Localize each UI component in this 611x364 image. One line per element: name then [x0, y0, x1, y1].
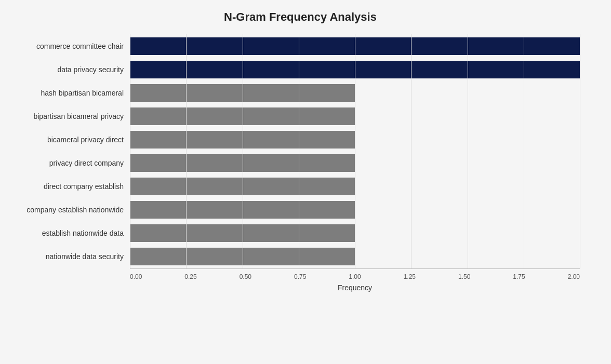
- bar-label: hash bipartisan bicameral: [10, 89, 130, 97]
- bar-label: bicameral privacy direct: [10, 136, 130, 144]
- bar-row: company establish nationwide: [10, 198, 590, 222]
- bar-track: [130, 201, 580, 219]
- x-tick-6: 1.50: [458, 273, 470, 280]
- x-tick-1: 0.25: [184, 273, 196, 280]
- bar-row: establish nationwide data: [10, 222, 590, 245]
- x-tick-0: 0.00: [130, 273, 142, 280]
- bar-track: [130, 84, 580, 102]
- x-tick-3: 0.75: [294, 273, 306, 280]
- bar-fill: [130, 37, 580, 55]
- bar-track: [130, 37, 580, 55]
- bar-fill: [130, 201, 355, 219]
- bar-row: direct company establish: [10, 175, 590, 198]
- bar-label: company establish nationwide: [10, 206, 130, 214]
- x-tick-5: 1.25: [404, 273, 416, 280]
- x-tick-8: 2.00: [568, 273, 580, 280]
- bar-fill: [130, 61, 580, 78]
- bar-fill: [130, 178, 355, 195]
- x-axis-label: Frequency: [130, 284, 580, 292]
- bar-row: nationwide data security: [10, 245, 590, 268]
- bar-label: commerce committee chair: [10, 42, 130, 50]
- bar-row: data privacy security: [10, 58, 590, 81]
- bar-fill: [130, 224, 355, 242]
- x-ticks: 0.00 0.25 0.50 0.75 1.00 1.25 1.50 1.75 …: [130, 271, 580, 280]
- bar-row: hash bipartisan bicameral: [10, 81, 590, 104]
- bar-fill: [130, 154, 355, 172]
- bar-label: nationwide data security: [10, 252, 130, 261]
- bar-row: privacy direct company: [10, 151, 590, 174]
- bar-label: data privacy security: [10, 65, 130, 74]
- chart-title: N-Gram Frequency Analysis: [10, 10, 590, 24]
- bar-track: [130, 178, 580, 195]
- bar-track: [130, 248, 580, 265]
- bar-track: [130, 224, 580, 242]
- x-tick-2: 0.50: [240, 273, 251, 280]
- bar-label: establish nationwide data: [10, 229, 130, 237]
- bar-label: privacy direct company: [10, 159, 130, 167]
- chart-container: N-Gram Frequency Analysis commerce commi…: [0, 0, 611, 364]
- bar-row: commerce committee chair: [10, 34, 590, 58]
- bar-track: [130, 131, 580, 149]
- x-tick-7: 1.75: [513, 273, 525, 280]
- bar-row: bicameral privacy direct: [10, 128, 590, 151]
- bar-track: [130, 107, 580, 125]
- bar-fill: [130, 107, 355, 125]
- bar-row: bipartisan bicameral privacy: [10, 104, 590, 128]
- bar-fill: [130, 84, 355, 102]
- bar-fill: [130, 131, 355, 149]
- bar-label: direct company establish: [10, 182, 130, 191]
- bar-fill: [130, 248, 355, 265]
- bar-track: [130, 61, 580, 78]
- bar-track: [130, 154, 580, 172]
- bar-label: bipartisan bicameral privacy: [10, 112, 130, 120]
- x-tick-4: 1.00: [349, 273, 361, 280]
